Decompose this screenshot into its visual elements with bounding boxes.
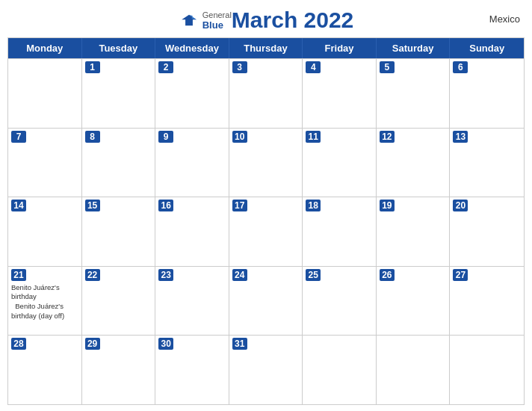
cell-mar-10: 10: [229, 129, 303, 197]
cell-mar-13: 13: [450, 129, 524, 197]
event-benito-day-off: Benito Juárez's birthday (day off): [11, 302, 78, 321]
header-sunday: Sunday: [450, 38, 524, 58]
page-header: General Blue March 2022 Mexico: [0, 0, 532, 37]
week-4: 21 Benito Juárez's birthday Benito Juáre…: [8, 266, 524, 336]
header-tuesday: Tuesday: [82, 38, 156, 58]
calendar-page: General Blue March 2022 Mexico Monday Tu…: [0, 0, 532, 411]
cell-mar-19: 19: [377, 197, 451, 266]
cell-mar-8: 8: [82, 129, 156, 197]
header-monday: Monday: [8, 38, 82, 58]
cell-mar-6: 6: [450, 59, 524, 128]
header-saturday: Saturday: [377, 38, 451, 58]
logo-bird-icon: [179, 13, 200, 27]
cell-mar-23: 23: [155, 267, 229, 336]
cell-mar-4: 4: [303, 59, 377, 128]
svg-marker-0: [182, 15, 197, 26]
logo-blue: Blue: [202, 19, 232, 31]
cell-empty-sun5: [450, 336, 524, 404]
cell-mar-26: 26: [377, 267, 451, 336]
header-friday: Friday: [303, 38, 377, 58]
cell-mar-21: 21 Benito Juárez's birthday Benito Juáre…: [8, 267, 82, 336]
country-label: Mexico: [489, 13, 520, 25]
cell-mar-1: 1: [82, 59, 156, 128]
calendar-grid: Monday Tuesday Wednesday Thursday Friday…: [7, 37, 525, 405]
cell-mar-16: 16: [155, 197, 229, 266]
cell-mar-15: 15: [82, 197, 156, 266]
logo-general: General: [202, 10, 232, 19]
cell-mar-7: 7: [8, 129, 82, 197]
cell-mar-30: 30: [155, 336, 229, 404]
cell-mar-28: 28: [8, 336, 82, 404]
cell-mar-2: 2: [155, 59, 229, 128]
cell-mar-27: 27: [450, 267, 524, 336]
logo: General Blue: [179, 10, 232, 31]
logo-texts: General Blue: [202, 10, 232, 31]
cell-empty-sat5: [377, 336, 451, 404]
cell-mar-22: 22: [82, 267, 156, 336]
event-benito-birthday: Benito Juárez's birthday: [11, 283, 78, 302]
week-5: 28 29 30 31: [8, 335, 524, 404]
cell-mar-31: 31: [229, 336, 303, 404]
cell-mar-5: 5: [377, 59, 451, 128]
cell-mar-25: 25: [303, 267, 377, 336]
week-1: 1 2 3 4 5 6: [8, 58, 524, 128]
cell-mar-11: 11: [303, 129, 377, 197]
cell-empty-fri5: [303, 336, 377, 404]
cell-mar-12: 12: [377, 129, 451, 197]
header-thursday: Thursday: [229, 38, 303, 58]
cell-mar-29: 29: [82, 336, 156, 404]
cell-mar-20: 20: [450, 197, 524, 266]
cell-mar-24: 24: [229, 267, 303, 336]
week-3: 14 15 16 17 18 19 20: [8, 197, 524, 266]
calendar-header: Monday Tuesday Wednesday Thursday Friday…: [8, 38, 524, 58]
cell-mar-9: 9: [155, 129, 229, 197]
cell-mar-3: 3: [229, 59, 303, 128]
cell-mar-17: 17: [229, 197, 303, 266]
cell-mar-18: 18: [303, 197, 377, 266]
week-2: 7 8 9 10 11 12 13: [8, 128, 524, 197]
cell-mar-14: 14: [8, 197, 82, 266]
cell-empty-mon1: [8, 59, 82, 128]
calendar-body: 1 2 3 4 5 6 7 8 9 10 11 12 13 14 15: [8, 58, 524, 404]
header-wednesday: Wednesday: [155, 38, 229, 58]
page-title: March 2022: [232, 7, 353, 33]
